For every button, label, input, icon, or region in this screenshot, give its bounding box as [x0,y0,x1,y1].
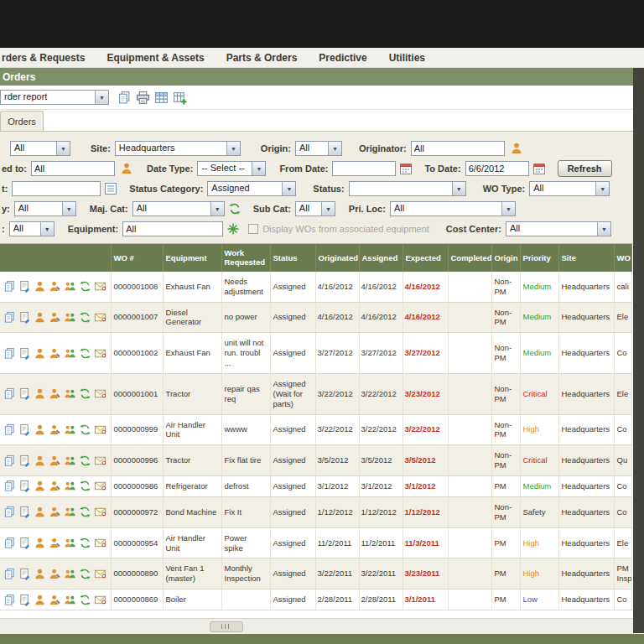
date-type-select[interactable]: -- Select -- [197,161,266,176]
document-details-icon[interactable] [18,423,31,436]
copy-icon[interactable] [3,454,16,467]
email-icon[interactable] [94,480,106,492]
cycle-icon[interactable] [79,347,91,360]
cycle-icon[interactable] [79,280,91,293]
copy-icon[interactable] [3,506,16,518]
priority-select[interactable]: All [14,201,76,216]
maj-cat-select[interactable]: All [132,201,225,216]
assignment-people-icon[interactable] [64,280,76,293]
copy-icon[interactable] [3,480,16,492]
cycle-icon[interactable] [79,537,91,549]
table-row[interactable]: 0000000999Air Handler UnitwwwwAssigned3/… [0,414,631,445]
table-row[interactable]: 0000001002Exhaust Fanunit will not run. … [0,333,631,374]
copy-icon[interactable] [117,91,132,105]
column-header[interactable]: Work Requested [221,244,270,272]
email-icon[interactable] [94,454,106,467]
menu-item[interactable]: Equipment & Assets [106,52,204,64]
technician-icon[interactable] [49,594,61,606]
column-header[interactable]: Originated [315,244,359,272]
to-date-input[interactable] [465,161,529,176]
assignment-people-icon[interactable] [64,480,76,492]
print-icon[interactable] [136,91,150,105]
menu-item[interactable]: Parts & Orders [226,52,298,64]
shift-select[interactable]: All [9,221,55,236]
assignment-people-icon[interactable] [64,387,76,400]
cost-center-select[interactable]: All [506,221,611,236]
assigned-to-input[interactable] [31,161,115,176]
assignment-people-icon[interactable] [64,423,76,436]
technician-icon[interactable] [49,387,61,400]
email-icon[interactable] [94,423,106,436]
column-header[interactable]: WO [614,244,631,272]
vertical-scrollbar[interactable] [633,68,644,633]
technician-icon[interactable] [49,311,61,324]
technician-icon[interactable] [49,537,61,549]
horizontal-scrollbar[interactable] [0,618,644,634]
column-header[interactable]: Expected [402,244,448,272]
column-header[interactable]: WO # [111,244,163,272]
technician-icon[interactable] [49,480,61,492]
person-icon[interactable] [34,423,46,436]
sub-cat-select[interactable]: All [295,201,335,216]
technician-icon[interactable] [49,506,61,518]
report-select[interactable]: rder report [0,90,109,105]
copy-icon[interactable] [3,280,16,293]
table-row[interactable]: 0000001008Exhaust FanNeeds adjustmentAss… [0,272,631,302]
document-details-icon[interactable] [18,454,31,467]
email-icon[interactable] [94,387,106,400]
email-icon[interactable] [94,311,106,324]
cycle-icon[interactable] [79,387,91,400]
document-details-icon[interactable] [18,387,31,400]
copy-icon[interactable] [3,537,16,549]
copy-icon[interactable] [3,594,16,606]
column-header[interactable]: Priority [520,244,558,272]
document-details-icon[interactable] [18,280,31,293]
table-row[interactable]: 0000000996TractorFix flat tireAssigned3/… [0,445,631,476]
cycle-icon[interactable] [79,480,91,492]
pri-loc-select[interactable]: All [390,201,516,216]
cycle-icon[interactable] [79,594,91,606]
document-details-icon[interactable] [18,537,31,549]
status-category-select[interactable]: Assigned [207,181,296,196]
menu-item[interactable]: Predictive [319,52,366,64]
person-icon[interactable] [34,537,46,549]
document-details-icon[interactable] [18,347,31,360]
technician-icon[interactable] [49,423,61,436]
person-icon[interactable] [34,280,46,293]
copy-icon[interactable] [3,311,16,324]
technician-icon[interactable] [49,454,61,467]
document-details-icon[interactable] [18,311,31,324]
technician-icon[interactable] [49,280,61,293]
person-icon[interactable] [34,506,46,518]
copy-icon[interactable] [3,387,16,400]
copy-icon[interactable] [3,347,16,360]
originator-input[interactable] [411,141,505,156]
person-icon[interactable] [34,454,46,467]
equipment-input[interactable] [122,221,223,236]
from-date-calendar-icon[interactable] [399,162,413,175]
technician-icon[interactable] [49,347,61,360]
document-details-icon[interactable] [18,480,31,492]
assoc-equipment-checkbox[interactable] [248,224,258,234]
column-header[interactable]: Equipment [163,244,221,272]
wo-type-select[interactable]: All [529,181,610,196]
person-icon[interactable] [34,594,46,606]
table-row[interactable]: 0000001001Tractorrepair qas reqAssigned … [0,373,631,414]
access-select[interactable]: All [10,141,70,156]
document-details-icon[interactable] [18,506,31,518]
table-row[interactable]: 0000000890Vent Fan 1 (master)Monthly Ins… [0,558,631,589]
cycle-icon[interactable] [79,568,91,580]
add-grid-icon[interactable] [173,91,187,105]
origin-select[interactable]: All [295,141,342,156]
assigned-to-lookup-icon[interactable] [120,162,133,175]
document-details-icon[interactable] [18,594,31,606]
status-select[interactable] [349,181,466,196]
table-row[interactable]: 0000000972Bond MachineFix ItAssigned1/12… [0,496,631,527]
to-date-calendar-icon[interactable] [532,162,546,175]
originator-lookup-icon[interactable] [510,142,523,155]
maj-cat-refresh-icon[interactable] [228,202,242,216]
person-icon[interactable] [34,480,46,492]
email-icon[interactable] [94,347,106,360]
column-header[interactable] [0,244,111,272]
column-header[interactable]: Origin [491,244,520,272]
